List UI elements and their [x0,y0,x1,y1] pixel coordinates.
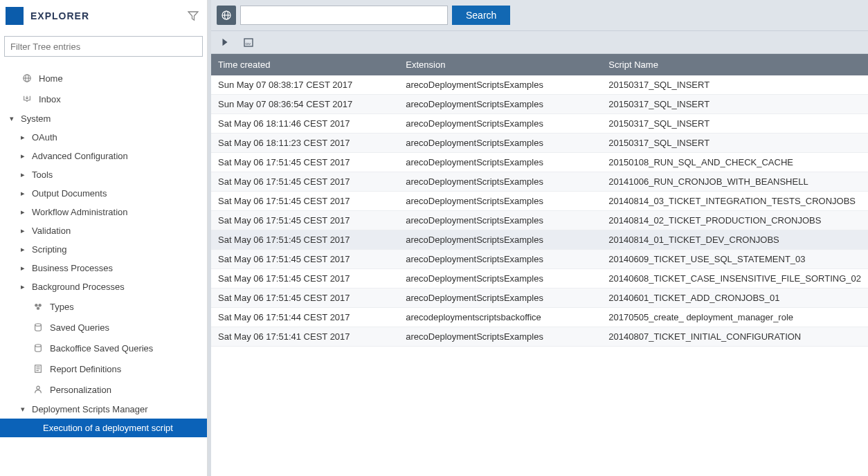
table-row[interactable]: Sat May 06 17:51:45 CEST 2017arecoDeploy… [211,269,868,289]
tree-item-types[interactable]: Types [0,296,207,317]
table-row[interactable]: Sat May 06 17:51:45 CEST 2017arecoDeploy… [211,192,868,211]
search-button[interactable]: Search [452,6,510,25]
query-icon [32,321,44,333]
cell-ext: arecoDeploymentScriptsExamples [399,230,602,250]
cell-ext: arecoDeploymentScriptsExamples [399,134,602,153]
table-row[interactable]: Sat May 06 17:51:45 CEST 2017arecoDeploy… [211,211,868,230]
table-row[interactable]: Sun May 07 08:38:17 CEST 2017arecoDeploy… [211,75,868,95]
cell-name: 20140814_01_TICKET_DEV_CRONJOBS [602,230,868,250]
table-row[interactable]: Sat May 06 17:51:45 CEST 2017arecoDeploy… [211,230,868,250]
cell-time: Sat May 06 17:51:45 CEST 2017 [211,289,399,308]
cell-ext: arecoDeploymentScriptsExamples [399,289,602,308]
tree-item-label: Advanced Configuration [32,151,128,161]
table-row[interactable]: Sat May 06 17:51:45 CEST 2017arecoDeploy… [211,153,868,172]
cell-name: 20140814_02_TICKET_PRODUCTION_CRONJOBS [602,211,868,230]
col-extension-header[interactable]: Extension [399,54,602,75]
tree-item-backoffice-saved-queries[interactable]: Backoffice Saved Queries [0,338,207,358]
cell-time: Sun May 07 08:38:17 CEST 2017 [211,75,399,95]
cell-name: 20170505_create_ deployment_manager_role [602,308,868,327]
cell-ext: arecoDeploymentScriptsExamples [399,250,602,269]
run-button[interactable] [218,35,232,49]
globe-button[interactable] [217,6,236,25]
table-row[interactable]: Sat May 06 17:51:45 CEST 2017arecoDeploy… [211,172,868,192]
tree-item-label: Output Documents [32,188,107,199]
table-row[interactable]: Sat May 06 17:51:44 CEST 2017arecodeploy… [211,308,868,327]
tree-item-oauth[interactable]: OAuth [0,128,207,147]
caret-icon [10,114,17,123]
tree-item-saved-queries[interactable]: Saved Queries [0,317,207,338]
cell-ext: arecoDeploymentScriptsExamples [399,75,602,95]
tree-item-output-documents[interactable]: Output Documents [0,184,207,203]
tree-item-background-processes[interactable]: Background Processes [0,277,207,296]
cell-time: Sat May 06 17:51:44 CEST 2017 [211,308,399,327]
tree-item-system[interactable]: System [0,109,207,128]
svg-marker-17 [223,39,228,46]
tree-item-inbox[interactable]: Inbox [0,89,207,109]
col-time-header[interactable]: Time created [211,54,399,75]
tree-item-business-processes[interactable]: Business Processes [0,259,207,277]
cell-time: Sat May 06 17:51:45 CEST 2017 [211,153,399,172]
search-input[interactable] [240,6,448,25]
tree-item-tools[interactable]: Tools [0,165,207,184]
cell-name: 20140609_TICKET_USE_SQL_STATEMENT_03 [602,250,868,269]
col-scriptname-header[interactable]: Script Name [602,54,868,75]
table-row[interactable]: Sat May 06 17:51:45 CEST 2017arecoDeploy… [211,250,868,269]
svg-point-6 [37,306,39,309]
svg-text:csv: csv [246,42,251,46]
tree-item-report-definitions[interactable]: Report Definitions [0,358,207,379]
cell-ext: arecoDeploymentScriptsExamples [399,192,602,211]
tree-item-label: Types [50,302,74,312]
table-row[interactable]: Sat May 06 17:51:41 CEST 2017arecoDeploy… [211,327,868,347]
tree-item-label: Validation [32,226,71,236]
cell-name: 20150108_RUN_SQL_AND_CHECK_CACHE [602,153,868,172]
tree-item-scripting[interactable]: Scripting [0,240,207,259]
tree-item-label: Business Processes [32,263,113,273]
cell-time: Sat May 06 17:51:45 CEST 2017 [211,269,399,289]
tree-item-label: Backoffice Saved Queries [50,343,153,354]
table-row[interactable]: Sat May 06 17:51:45 CEST 2017arecoDeploy… [211,289,868,308]
svg-point-13 [37,386,39,389]
cell-name: 20150317_SQL_INSERT [602,114,868,134]
types-icon [32,300,44,313]
cell-ext: arecoDeploymentScriptsExamples [399,114,602,134]
tree-item-label: Execution of a deployment script [43,423,173,433]
cell-ext: arecoDeploymentScriptsExamples [399,153,602,172]
svg-point-5 [38,304,41,306]
tree-item-advanced-configuration[interactable]: Advanced Configuration [0,147,207,165]
cell-ext: arecoDeploymentScriptsExamples [399,269,602,289]
tree-item-label: Saved Queries [50,322,109,333]
tree-item-deployment-scripts-manager[interactable]: Deployment Scripts Manager [0,400,207,419]
inbox-icon [21,93,33,105]
sidebar-title-text: EXPLORER [30,10,89,21]
table-row[interactable]: Sat May 06 18:11:23 CEST 2017arecoDeploy… [211,134,868,153]
filter-input[interactable] [4,36,203,57]
tree-item-label: Deployment Scripts Manager [32,404,148,414]
query-icon [32,342,44,354]
cell-time: Sat May 06 17:51:45 CEST 2017 [211,172,399,192]
filter-icon[interactable] [188,10,199,21]
cell-time: Sat May 06 18:11:46 CEST 2017 [211,114,399,134]
tree-item-label: Scripting [32,244,67,255]
toolbar: csv [211,31,868,54]
cell-ext: arecoDeploymentScriptsExamples [399,95,602,114]
cell-name: 20140608_TICKET_CASE_INSENSITIVE_FILE_SO… [602,269,868,289]
filter-box [0,29,207,65]
caret-icon [21,189,28,198]
tree-item-execution-of-a-deployment-script[interactable]: Execution of a deployment script [0,419,207,437]
export-csv-button[interactable]: csv [242,35,255,49]
caret-icon [21,245,28,254]
cell-time: Sat May 06 17:51:45 CEST 2017 [211,250,399,269]
main: Search csv Time created Extension Script… [211,0,868,476]
tree-item-workflow-administration[interactable]: Workflow Administration [0,203,207,221]
table-row[interactable]: Sun May 07 08:36:54 CEST 2017arecoDeploy… [211,95,868,114]
caret-icon [21,282,28,291]
tree-item-label: Report Definitions [50,364,121,374]
tree-item-home[interactable]: Home [0,68,207,89]
cell-name: 20150317_SQL_INSERT [602,95,868,114]
sidebar-header: EXPLORER [0,0,207,29]
tree-item-validation[interactable]: Validation [0,221,207,240]
tree-item-personalization[interactable]: Personalization [0,379,207,400]
table-row[interactable]: Sat May 06 18:11:46 CEST 2017arecoDeploy… [211,114,868,134]
cell-name: 20150317_SQL_INSERT [602,134,868,153]
svg-point-4 [35,304,37,306]
